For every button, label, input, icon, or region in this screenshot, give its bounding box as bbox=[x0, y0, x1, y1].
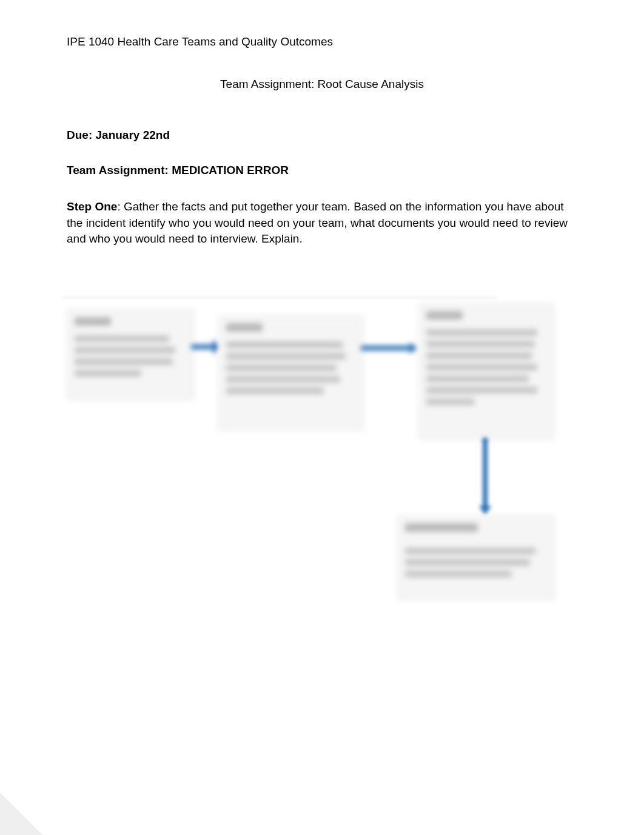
svg-rect-2 bbox=[361, 346, 411, 350]
box-heading-placeholder bbox=[405, 523, 478, 532]
blurred-text-line bbox=[226, 353, 346, 360]
blurred-text-line bbox=[405, 548, 535, 554]
assignment-title: Team Assignment: MEDICATION ERROR bbox=[67, 164, 577, 177]
step-one-label: Step One bbox=[67, 200, 117, 213]
blurred-text-line bbox=[75, 347, 175, 354]
arrow-down-icon bbox=[479, 438, 491, 515]
box-heading-placeholder bbox=[426, 311, 463, 320]
blurred-text-line bbox=[426, 387, 537, 394]
blurred-text-line bbox=[226, 387, 324, 394]
blurred-text-line bbox=[426, 352, 532, 359]
course-header: IPE 1040 Health Care Teams and Quality O… bbox=[67, 35, 577, 49]
svg-rect-4 bbox=[483, 438, 488, 507]
blurred-text-line bbox=[426, 398, 475, 405]
blurred-text-line bbox=[75, 370, 141, 377]
flowchart-box-3 bbox=[418, 303, 555, 440]
due-date: Due: January 22nd bbox=[67, 129, 577, 142]
flowchart-box-4 bbox=[397, 515, 555, 600]
blurred-text-line bbox=[405, 571, 512, 577]
flowchart-box-1 bbox=[67, 309, 194, 400]
page-corner-fold-icon bbox=[0, 793, 42, 835]
blurred-text-line bbox=[405, 559, 530, 566]
blurred-text-line bbox=[75, 358, 173, 365]
step-one-paragraph: Step One: Gather the facts and put toget… bbox=[67, 199, 577, 247]
blurred-text-line bbox=[426, 341, 535, 347]
blurred-text-line bbox=[426, 364, 537, 371]
box-heading-placeholder bbox=[226, 323, 263, 332]
svg-marker-3 bbox=[409, 343, 418, 354]
diagram-top-border bbox=[61, 297, 497, 301]
blurred-text-line bbox=[75, 335, 169, 342]
flowchart-diagram bbox=[61, 297, 564, 612]
page-title: Team Assignment: Root Cause Analysis bbox=[67, 78, 577, 91]
arrow-right-icon bbox=[361, 343, 418, 354]
blurred-text-line bbox=[426, 329, 537, 336]
document-page: IPE 1040 Health Care Teams and Quality O… bbox=[0, 0, 644, 247]
arrow-right-icon bbox=[191, 340, 221, 354]
svg-marker-5 bbox=[479, 506, 491, 515]
blurred-text-line bbox=[226, 341, 343, 348]
blurred-text-line bbox=[226, 376, 340, 383]
blurred-text-line bbox=[426, 375, 529, 382]
step-one-text: : Gather the facts and put together your… bbox=[67, 200, 568, 245]
svg-rect-0 bbox=[191, 344, 214, 349]
box-heading-placeholder bbox=[75, 317, 111, 326]
flowchart-box-2 bbox=[218, 315, 364, 431]
blurred-text-line bbox=[226, 364, 337, 371]
